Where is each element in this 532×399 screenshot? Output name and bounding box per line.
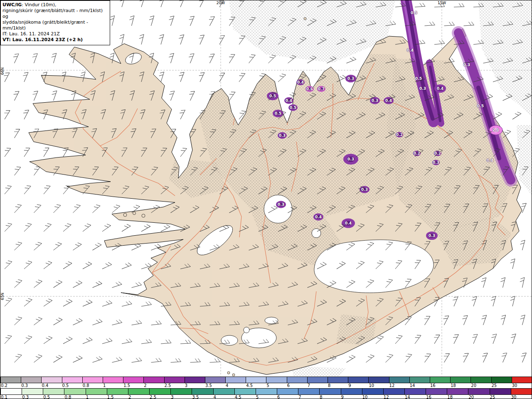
colour-scales: 0.2 0.3 0.4 0.5 0.8 1 1.5 2 [0, 376, 532, 399]
lon-label-20w: 20W [217, 1, 225, 5]
scale-tick-label: 14 [405, 395, 410, 399]
hofsjokull-glacier [264, 195, 292, 223]
scale-tick-label: 9 [348, 383, 351, 388]
weather-map-stage: 20W 15W 66N 65N 0.50.40.30.50.30.40.30.4… [0, 0, 532, 399]
scale-cell: 1.5 [107, 389, 128, 394]
scale-cell: 16 [426, 389, 447, 394]
scale-cell: 7 [298, 389, 320, 394]
scale-cell: 5 [256, 389, 277, 394]
lat-label-65n: 65N [0, 293, 5, 300]
scale-cell: 30 [511, 389, 532, 394]
scale-tick-label: 0.1 [1, 395, 7, 399]
scale-cell: 9 [341, 389, 362, 394]
scale-cell: 12 [384, 389, 405, 394]
scale-tick-label: 3 [185, 383, 187, 388]
header-title-line: UWC/IG: Vindur (10m), [2, 2, 107, 8]
precip-blob-core [493, 128, 499, 133]
precip-blob-core [298, 81, 303, 84]
eyjafjallajokull-glacier [221, 335, 238, 345]
scale-tick-label: 10 [362, 395, 368, 399]
scale-cell: 3 [171, 389, 192, 394]
scale-cell: 3.5 [205, 377, 226, 383]
scale-tick-label: 6 [287, 383, 290, 388]
precip-blob-core [287, 99, 291, 102]
scale-cell: 0.5 [62, 377, 83, 383]
precip-blob-core [362, 188, 367, 192]
precip-blob-core [278, 203, 283, 207]
scale-cell: 1.5 [123, 377, 144, 383]
scale-tick-label: 20 [468, 395, 474, 399]
scale-cell: 7 [308, 377, 328, 383]
scale-tick-label: 4 [214, 395, 216, 399]
scale-tick-label: 12 [389, 383, 395, 388]
scale-tick-label: 6 [277, 395, 280, 399]
scale-tick-label: 25 [490, 395, 495, 399]
scale-tick-label: 7 [298, 395, 301, 399]
scale-cell: 4.5 [246, 377, 266, 383]
precip-blob-core [308, 87, 312, 90]
scale-tick-label: 30 [511, 395, 517, 399]
scale-tick-label: 18 [447, 395, 453, 399]
valid-time-line: VT: Lau. 16.11.2024 23Z (+2 h) [2, 37, 107, 43]
scale-cell: 2 [144, 377, 164, 383]
precip-blob-core [347, 157, 355, 162]
lat-label-66n: 66N [0, 67, 5, 75]
rain-scale-band: 0.1 0.3 0.5 0.8 1 1.5 2 2.5 [0, 388, 532, 395]
scale-tick-label: 1 [103, 383, 106, 388]
scale-tick-label: 12 [384, 395, 389, 399]
precip-blob-core [429, 234, 435, 238]
scale-tick-label: 4.5 [235, 395, 241, 399]
scale-cell: 0.3 [22, 389, 43, 394]
scale-tick-label: 16 [426, 395, 431, 399]
scale-cell: 25 [490, 389, 511, 394]
scale-cell: 0.5 [43, 389, 64, 394]
scale-tick-label: 3 [171, 395, 173, 399]
scale-tick-label: 2.5 [165, 383, 171, 388]
scale-cell: 16 [430, 377, 451, 383]
scale-tick-label: 4.5 [246, 383, 253, 388]
precip-blob-core [316, 215, 321, 219]
scale-tick-label: 5 [266, 383, 269, 388]
scale-cell: 3.5 [192, 389, 213, 394]
precip-blob-core [280, 134, 285, 137]
scale-tick-label: 25 [492, 383, 497, 388]
scale-tick-label: 0.5 [62, 383, 69, 388]
scale-tick-label: 8 [320, 395, 322, 399]
scale-cell: 2.5 [165, 377, 185, 383]
scale-tick-label: 18 [451, 383, 456, 388]
scale-tick-label: 1.5 [123, 383, 130, 388]
scale-tick-label: 10 [369, 383, 374, 388]
scale-cell: 20 [468, 389, 490, 394]
scale-cell: 2.5 [150, 389, 171, 394]
scale-cell: 5 [266, 377, 287, 383]
scale-tick-label: 7 [308, 383, 310, 388]
scale-tick-label: 0.2 [1, 383, 7, 388]
scale-tick-label: 9 [341, 395, 344, 399]
scale-tick-label: 1.5 [107, 395, 114, 399]
scale-cell: 0.8 [83, 377, 103, 383]
scale-tick-label: 14 [410, 383, 415, 388]
scale-cell: 14 [410, 377, 430, 383]
scale-cell: 1 [103, 377, 123, 383]
scale-cell: 6 [287, 377, 308, 383]
scale-tick-label: 4 [226, 383, 228, 388]
scale-tick-label: 2.5 [150, 395, 156, 399]
scale-cell: 8 [320, 389, 341, 394]
precip-blob-core [291, 106, 296, 109]
precip-blob-core [434, 161, 438, 164]
scale-tick-label: 30 [512, 383, 517, 388]
scale-tick-label: 20 [471, 383, 476, 388]
scale-cell: 14 [405, 389, 426, 394]
scale-cell: 18 [447, 389, 468, 394]
header-snow-legend-line: slydda/snjókoma (grátt/bleikt/grænt - mm… [2, 20, 107, 31]
scale-cell: 4.5 [235, 389, 256, 394]
scale-cell: 1 [86, 389, 107, 394]
scale-cell: 6 [277, 389, 298, 394]
model-name: UWC/IG [2, 2, 22, 7]
scale-tick-label: 3.5 [192, 395, 199, 399]
scale-cell: 0.8 [64, 389, 86, 394]
precip-blob-core [398, 133, 401, 136]
forecast-header-box: UWC/IG: Vindur (10m), rigning/skúrir (gr… [0, 0, 110, 45]
header-title-rest: : Vindur (10m), [22, 2, 56, 7]
scale-tick-label: 0.3 [21, 383, 28, 388]
